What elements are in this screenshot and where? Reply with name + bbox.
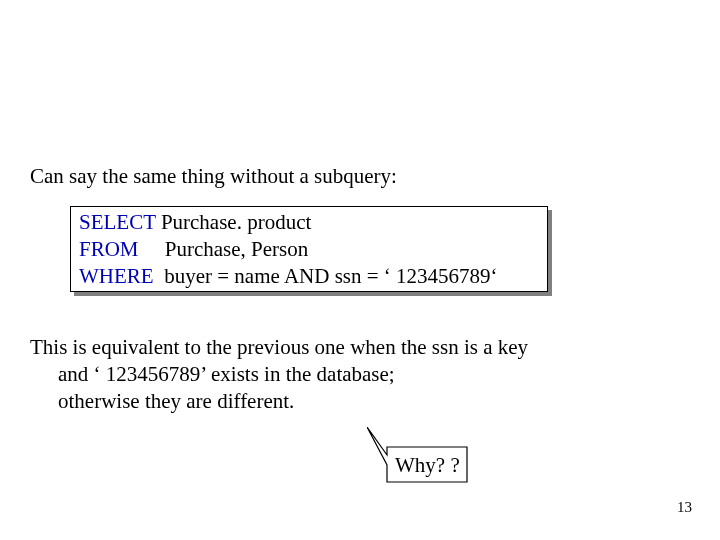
sql-select-columns: Purchase. product (156, 210, 312, 234)
slide: Can say the same thing without a subquer… (0, 0, 720, 540)
explain-line-2: and ‘ 123456789’ exists in the database; (30, 361, 528, 388)
sql-line-select: SELECT Purchase. product (79, 209, 539, 236)
sql-keyword-where: WHERE (79, 264, 154, 288)
sql-codebox: SELECT Purchase. product FROM Purchase, … (70, 206, 548, 292)
why-callout: Why? ? (367, 427, 487, 487)
intro-text: Can say the same thing without a subquer… (30, 164, 397, 189)
explain-line-1: This is equivalent to the previous one w… (30, 335, 528, 359)
sql-from-tables: Purchase, Person (139, 237, 309, 261)
sql-where-clause: buyer = name AND ssn = ‘ 123456789‘ (154, 264, 498, 288)
callout-label: Why? ? (395, 453, 460, 478)
sql-keyword-select: SELECT (79, 210, 156, 234)
sql-keyword-from: FROM (79, 237, 139, 261)
explain-line-3: otherwise they are different. (30, 388, 528, 415)
sql-line-from: FROM Purchase, Person (79, 236, 539, 263)
explanation-text: This is equivalent to the previous one w… (30, 334, 528, 415)
page-number: 13 (677, 499, 692, 516)
sql-line-where: WHERE buyer = name AND ssn = ‘ 123456789… (79, 263, 539, 290)
codebox: SELECT Purchase. product FROM Purchase, … (70, 206, 548, 292)
